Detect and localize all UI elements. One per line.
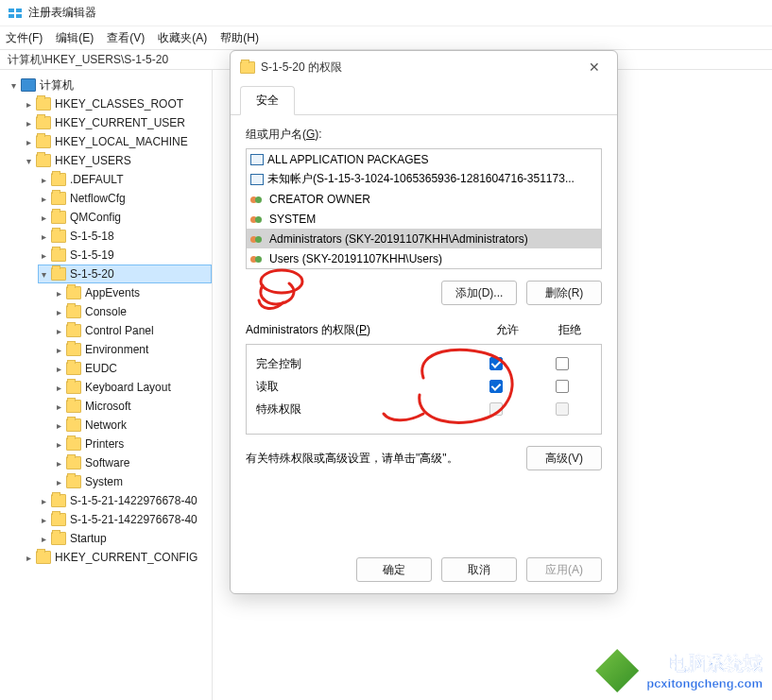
tree-node[interactable]: ▸.DEFAULT <box>38 170 212 189</box>
principal-name: SYSTEM <box>269 213 316 226</box>
chevron-right-icon[interactable]: ▸ <box>53 419 64 431</box>
tree-node[interactable]: ▸Control Panel <box>53 321 212 340</box>
chevron-right-icon[interactable]: ▸ <box>23 117 34 128</box>
principal-row[interactable]: Users (SKY-20191107KHH\Users) <box>247 248 601 268</box>
tab-strip: 安全 <box>231 85 617 115</box>
menu-edit[interactable]: 编辑(E) <box>56 30 94 46</box>
folder-icon <box>51 230 66 243</box>
button-label: 删除(R) <box>545 285 584 301</box>
tree-node[interactable]: ▸S-1-5-18 <box>38 227 212 246</box>
chevron-right-icon[interactable]: ▸ <box>23 136 34 147</box>
chevron-right-icon[interactable]: ▸ <box>38 249 49 261</box>
chevron-right-icon[interactable]: ▸ <box>53 476 64 487</box>
dialog-title: S-1-5-20 的权限 <box>261 60 581 76</box>
cancel-button[interactable]: 取消 <box>441 557 517 582</box>
deny-checkbox[interactable] <box>556 357 569 370</box>
chevron-right-icon[interactable]: ▸ <box>23 98 34 110</box>
ok-button[interactable]: 确定 <box>356 557 432 582</box>
tree-node[interactable]: ▸System <box>53 472 212 491</box>
chevron-right-icon[interactable]: ▸ <box>53 382 64 393</box>
apply-button[interactable]: 应用(A) <box>526 557 602 582</box>
chevron-right-icon[interactable]: ▸ <box>53 325 64 336</box>
tree-node[interactable]: ▸Software <box>53 453 212 472</box>
chevron-right-icon[interactable]: ▸ <box>38 495 49 506</box>
tree-label: .DEFAULT <box>70 173 123 186</box>
menu-file[interactable]: 文件(F) <box>6 30 43 46</box>
tree-node[interactable]: ▸AppEvents <box>53 283 212 302</box>
advanced-button[interactable]: 高级(V) <box>526 446 602 470</box>
registry-tree[interactable]: ▾ 计算机 ▸HKEY_CLASSES_ROOT ▸HKEY_CURRENT_U… <box>2 76 212 567</box>
tree-node[interactable]: ▸QMConfig <box>38 208 212 227</box>
chevron-right-icon[interactable]: ▸ <box>38 212 49 223</box>
window-title: 注册表编辑器 <box>28 5 96 21</box>
tree-node-hkcc[interactable]: ▸HKEY_CURRENT_CONFIG <box>23 548 212 567</box>
chevron-right-icon[interactable]: ▸ <box>53 401 64 412</box>
folder-icon <box>66 418 81 432</box>
column-headers: 允许 拒绝 <box>496 322 581 338</box>
advanced-hint: 有关特殊权限或高级设置，请单击"高级"。 <box>246 451 458 467</box>
menu-help[interactable]: 帮助(H) <box>220 30 259 46</box>
remove-button[interactable]: 删除(R) <box>526 281 602 305</box>
tree-node[interactable]: ▸Console <box>53 302 212 321</box>
tree-node[interactable]: ▸S-1-5-19 <box>38 246 212 265</box>
chevron-right-icon[interactable]: ▸ <box>53 363 64 374</box>
tree-node-hkcu[interactable]: ▸HKEY_CURRENT_USER <box>23 113 212 132</box>
principal-row[interactable]: Administrators (SKY-20191107KHH\Administ… <box>247 229 601 248</box>
tree-node[interactable]: ▸Network <box>53 416 212 435</box>
chevron-right-icon[interactable]: ▸ <box>38 230 49 242</box>
tree-node[interactable]: ▸Environment <box>53 340 212 359</box>
close-button[interactable]: ✕ <box>581 54 608 80</box>
dialog-title-bar[interactable]: S-1-5-20 的权限 ✕ <box>231 51 617 83</box>
tree-node-hklm[interactable]: ▸HKEY_LOCAL_MACHINE <box>23 132 212 151</box>
principal-row[interactable]: SYSTEM <box>247 209 601 229</box>
permission-name: 完全控制 <box>252 356 463 372</box>
allow-checkbox[interactable] <box>489 357 503 370</box>
tree-node[interactable]: ▸Startup <box>38 529 212 548</box>
tree-label: EUDC <box>85 362 117 375</box>
watermark-line1: 电脑系统城 <box>646 651 763 676</box>
tree-node[interactable]: ▸S-1-5-21-1422976678-40 <box>38 510 212 529</box>
add-button[interactable]: 添加(D)... <box>441 281 517 305</box>
tree-node[interactable]: ▸EUDC <box>53 359 212 378</box>
svg-rect-0 <box>9 9 14 12</box>
tree-node[interactable]: ▸Microsoft <box>53 397 212 416</box>
tab-security[interactable]: 安全 <box>240 86 295 115</box>
chevron-down-icon[interactable]: ▾ <box>23 155 34 166</box>
chevron-right-icon[interactable]: ▸ <box>38 533 49 544</box>
chevron-right-icon[interactable]: ▸ <box>38 514 49 525</box>
tree-label: AppEvents <box>85 286 140 299</box>
tree-node[interactable]: ▸NetflowCfg <box>38 189 212 208</box>
chevron-right-icon[interactable]: ▸ <box>38 193 49 204</box>
deny-checkbox <box>556 402 569 416</box>
tree-node[interactable]: ▸S-1-5-21-1422976678-40 <box>38 491 212 510</box>
allow-checkbox[interactable] <box>489 380 503 393</box>
chevron-right-icon[interactable]: ▸ <box>38 174 49 185</box>
chevron-right-icon[interactable]: ▸ <box>53 344 64 355</box>
tree-node[interactable]: ▸Printers <box>53 435 212 453</box>
chevron-right-icon[interactable]: ▸ <box>53 306 64 317</box>
chevron-down-icon[interactable]: ▾ <box>38 268 49 280</box>
tree-node[interactable]: ▾S-1-5-20 <box>38 265 212 283</box>
folder-icon <box>66 381 81 394</box>
chevron-down-icon[interactable]: ▾ <box>8 79 19 91</box>
tree-label: S-1-5-19 <box>70 248 114 262</box>
chevron-right-icon[interactable]: ▸ <box>23 552 34 563</box>
principal-row[interactable]: 未知帐户(S-1-15-3-1024-1065365936-1281604716… <box>247 169 601 189</box>
tree-label: S-1-5-20 <box>70 267 114 281</box>
chevron-right-icon[interactable]: ▸ <box>53 287 64 299</box>
tree-node-hkcr[interactable]: ▸HKEY_CLASSES_ROOT <box>23 94 212 113</box>
principal-row[interactable]: ALL APPLICATION PACKAGES <box>247 149 601 169</box>
tree-label: S-1-5-21-1422976678-40 <box>70 494 197 507</box>
tree-node-computer[interactable]: ▾ 计算机 <box>8 76 212 94</box>
chevron-right-icon[interactable]: ▸ <box>53 438 64 450</box>
menu-view[interactable]: 查看(V) <box>107 30 145 46</box>
chevron-right-icon[interactable]: ▸ <box>53 457 64 469</box>
deny-checkbox[interactable] <box>556 380 569 393</box>
folder-icon <box>66 362 81 375</box>
label-underline: P <box>359 323 367 336</box>
tree-node-hku[interactable]: ▾HKEY_USERS <box>23 151 212 170</box>
principals-list[interactable]: ALL APPLICATION PACKAGES未知帐户(S-1-15-3-10… <box>246 148 602 269</box>
menu-favorites[interactable]: 收藏夹(A) <box>158 30 207 46</box>
principal-row[interactable]: CREATOR OWNER <box>247 189 601 209</box>
tree-node[interactable]: ▸Keyboard Layout <box>53 378 212 397</box>
